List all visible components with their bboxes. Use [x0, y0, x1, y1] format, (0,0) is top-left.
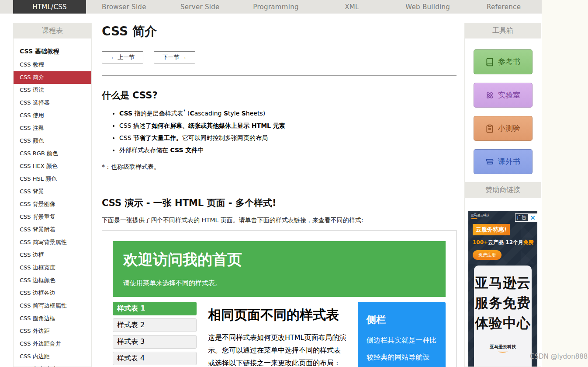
tool-button-参考书[interactable]: 参考书 — [474, 49, 533, 74]
demo-intro-text: 下面是一张提供了四个不同样式表的 HTML 页面。请单击下面的样式表链接，来查看… — [102, 217, 457, 224]
course-item[interactable]: CSS 选择器 — [14, 97, 91, 109]
course-item[interactable]: CSS 注释 — [14, 122, 91, 135]
ad-top-bar: 亚马逊云科技 广告 ✕ — [468, 211, 537, 221]
course-item[interactable]: CSS 语法 — [14, 84, 91, 97]
amazon-logo: 亚马逊云科技 — [471, 213, 489, 219]
nav-tab-xml[interactable]: XML — [314, 0, 390, 14]
course-item[interactable]: CSS 背景 — [14, 185, 91, 198]
ad-promo-badge: 云服务特惠! — [473, 224, 510, 235]
course-item[interactable]: CSS 使用 — [14, 109, 91, 122]
nav-tab-html-css[interactable]: HTML/CSS — [13, 0, 86, 14]
tool-button-实验室[interactable]: 实验室 — [474, 83, 533, 108]
demo-content-text: 这是不同样式表如何更改HTML页面布局的演示。您可以通过在菜单中选择不同的样式表… — [208, 331, 346, 367]
demo-sidebar-title: 侧栏 — [367, 313, 437, 326]
demo-banner-subtitle: 请使用菜单来选择不同的样式表。 — [123, 279, 435, 287]
course-item[interactable]: CSS 颜色 — [14, 135, 91, 147]
tool-button-label: 课外书 — [498, 157, 520, 167]
demo-sidebar-text: 侧边栏其实就是一种比较经典的网站导航设计，它的形式通常为竖向的一列，展示在网站的… — [367, 332, 437, 367]
ad-offer-text: 100+云产品 12个月免费 — [473, 239, 537, 246]
books-icon — [485, 157, 494, 166]
demo-menu-item-3[interactable]: 样式表 3 — [113, 335, 197, 349]
course-item[interactable]: CSS 外边距 — [14, 325, 91, 338]
main-content: CSS 简介 ← 上一节 下一节 → 什么是 CSS? CSS 指的是层叠样式表… — [102, 14, 457, 367]
course-item[interactable]: CSS 背景附着 — [14, 224, 91, 236]
course-list: CSS 基础教程CSS 教程CSS 简介CSS 语法CSS 选择器CSS 使用C… — [14, 38, 91, 367]
ad-badge-label: 广告 — [515, 213, 528, 222]
page: HTML/CSSBrowser SideServer SideProgrammi… — [0, 0, 542, 367]
demo-menu-item-1[interactable]: 样式表 1 — [113, 302, 197, 315]
top-navigation: HTML/CSSBrowser SideServer SideProgrammi… — [0, 0, 542, 14]
tool-button-课外书[interactable]: 课外书 — [474, 149, 533, 174]
ad-card-logo: 亚马逊云科技 — [490, 344, 516, 353]
course-item[interactable]: CSS 简介 — [14, 71, 91, 84]
course-item[interactable]: CSS 边框宽度 — [14, 262, 91, 274]
course-item[interactable]: CSS RGB 颜色 — [14, 147, 91, 160]
course-item[interactable]: CSS 内边距 — [14, 350, 91, 363]
divider — [102, 183, 457, 183]
nav-tab-web-building[interactable]: Web Building — [390, 0, 466, 14]
course-section-header: CSS 基础教程 — [14, 44, 91, 59]
course-item[interactable]: CSS 背景重复 — [14, 211, 91, 224]
tool-button-label: 参考书 — [498, 57, 520, 67]
course-sidebar-title: 课程表 — [13, 23, 92, 38]
tools-sidebar: 工具箱 参考书实验室小测验课外书 赞助商链接 亚马逊云科技 广告 ✕ 云服务特惠… — [464, 23, 541, 367]
nav-tab-programming[interactable]: Programming — [238, 0, 314, 14]
course-item[interactable]: CSS 教程 — [14, 59, 91, 71]
demo-sidebar: 侧栏 侧边栏其实就是一种比较经典的网站导航设计，它的形式通常为竖向的一列，展示在… — [358, 302, 446, 367]
nav-tab-server-side[interactable]: Server Side — [162, 0, 238, 14]
clipboard-icon — [485, 124, 494, 133]
divider — [102, 75, 457, 76]
course-item[interactable]: CSS 简写背景属性 — [14, 236, 91, 249]
csdn-watermark: CSDN @lydon888 — [530, 353, 588, 360]
footnote: *：也称级联样式表。 — [102, 163, 457, 171]
course-sidebar: 课程表 CSS 基础教程CSS 教程CSS 简介CSS 语法CSS 选择器CSS… — [13, 23, 92, 367]
next-lesson-button[interactable]: 下一节 → — [154, 51, 195, 63]
css-fact-item: 外部样式表存储在 CSS 文件中 — [119, 147, 457, 154]
demo-menu-item-2[interactable]: 样式表 2 — [113, 318, 197, 332]
prev-lesson-button[interactable]: ← 上一节 — [102, 51, 143, 63]
tool-button-小测验[interactable]: 小测验 — [474, 116, 533, 141]
ad-card-headline: 亚马逊云服务免费体验中心 — [474, 273, 532, 333]
course-item[interactable]: CSS 边框颜色 — [14, 274, 91, 287]
toolbox-buttons: 参考书实验室小测验课外书 — [465, 38, 541, 182]
course-item[interactable]: CSS 圆角边框 — [14, 312, 91, 325]
css-fact-item: CSS 描述了如何在屏幕、纸张或其他媒体上显示 HTML 元素 — [119, 122, 457, 130]
course-item[interactable]: CSS 外边距合并 — [14, 338, 91, 350]
course-item[interactable]: CSS 边框 — [14, 249, 91, 262]
toolbox-title: 工具箱 — [464, 23, 541, 38]
nav-tab-reference[interactable]: Reference — [466, 0, 542, 14]
demo-banner-title: 欢迎访问我的首页 — [123, 250, 435, 270]
course-item[interactable]: CSS HSL 颜色 — [14, 173, 91, 185]
css-fact-item: CSS 节省了大量工作。它可以同时控制多张网页的布局 — [119, 134, 457, 142]
book-icon — [485, 58, 494, 66]
course-item[interactable]: CSS 背景图像 — [14, 198, 91, 211]
lesson-nav: ← 上一节 下一节 → — [102, 51, 457, 63]
sponsor-title: 赞助商链接 — [464, 182, 541, 198]
amazon-smile-icon — [471, 217, 477, 219]
atom-icon — [485, 91, 494, 100]
section-heading-what-is-css: 什么是 CSS? — [102, 89, 457, 101]
ad-card: 亚马逊云服务免费体验中心 亚马逊云科技 爆款服务器 云 — [474, 266, 532, 367]
css-demo-frame: 欢迎访问我的首页 请使用菜单来选择不同的样式表。 样式表 1样式表 2样式表 3… — [102, 230, 457, 367]
demo-menu-item-4[interactable]: 样式表 4 — [113, 352, 197, 365]
css-fact-item: CSS 指的是层叠样式表* (Cascading Style Sheets) — [119, 109, 457, 118]
ad-close-icon[interactable]: ✕ — [528, 213, 537, 222]
demo-banner: 欢迎访问我的首页 请使用菜单来选择不同的样式表。 — [113, 241, 446, 297]
course-item[interactable]: CSS 简写边框属性 — [14, 300, 91, 312]
course-item[interactable]: CSS 高度/宽度 — [14, 363, 91, 367]
page-title: CSS 简介 — [102, 23, 457, 40]
demo-content: 相同页面不同的样式表 这是不同样式表如何更改HTML页面布局的演示。您可以通过在… — [197, 302, 358, 367]
tool-button-label: 实验室 — [498, 90, 520, 100]
nav-tab-browser-side[interactable]: Browser Side — [86, 0, 162, 14]
course-item[interactable]: CSS 边框各边 — [14, 287, 91, 300]
css-facts-list: CSS 指的是层叠样式表* (Cascading Style Sheets)CS… — [112, 109, 457, 154]
amazon-smile-icon — [498, 350, 508, 353]
sponsor-ad-wrap: 亚马逊云科技 广告 ✕ 云服务特惠! 100+云产品 12个月免费 免费注册 亚… — [465, 198, 541, 367]
demo-body: 样式表 1样式表 2样式表 3样式表 4无样式表 相同页面不同的样式表 这是不同… — [113, 302, 446, 367]
course-item[interactable]: CSS HEX 颜色 — [14, 160, 91, 173]
amazon-cloud-ad[interactable]: 亚马逊云科技 广告 ✕ 云服务特惠! 100+云产品 12个月免费 免费注册 亚… — [468, 211, 537, 367]
section-heading-css-demo: CSS 演示 - 一张 HTML 页面 - 多个样式! — [102, 197, 457, 209]
demo-content-heading: 相同页面不同的样式表 — [208, 306, 346, 324]
demo-stylesheet-menu: 样式表 1样式表 2样式表 3样式表 4无样式表 — [113, 302, 197, 367]
ad-signup-button[interactable]: 免费注册 — [473, 250, 502, 260]
